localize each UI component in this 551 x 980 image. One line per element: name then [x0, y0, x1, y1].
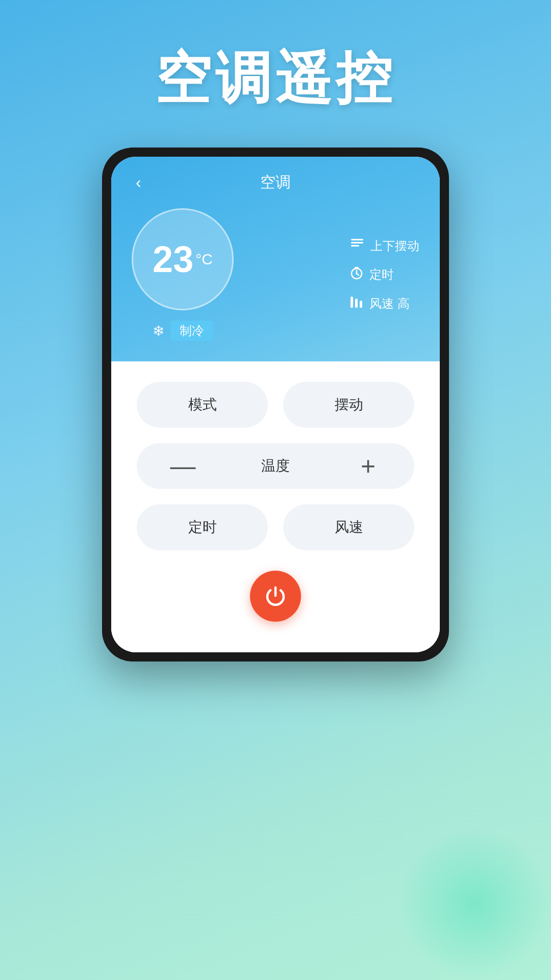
phone-screen: ‹ 空调 23 °C ❄ 制冷 [111, 157, 440, 652]
mode-button[interactable]: 模式 [137, 382, 268, 428]
power-button[interactable] [250, 571, 301, 622]
temp-decrease-button[interactable]: — [152, 443, 214, 489]
phone-frame: ‹ 空调 23 °C ❄ 制冷 [102, 148, 449, 662]
screen-top: ‹ 空调 23 °C ❄ 制冷 [111, 157, 440, 361]
svg-rect-7 [350, 297, 353, 308]
nav-title: 空调 [260, 172, 291, 193]
mode-swing-row: 模式 摆动 [137, 382, 414, 428]
svg-rect-2 [351, 245, 359, 247]
power-icon [263, 583, 288, 609]
temperature-label: 温度 [214, 456, 337, 476]
fan-label: 风速 高 [369, 296, 410, 312]
temp-circle: 23 °C [132, 208, 234, 310]
timer-button[interactable]: 定时 [137, 504, 268, 550]
back-button[interactable]: ‹ [132, 169, 145, 196]
svg-rect-0 [351, 239, 363, 240]
power-button-wrap [137, 571, 414, 622]
fan-icon [350, 296, 363, 311]
temp-unit: °C [195, 251, 213, 268]
temperature-control-row: — 温度 + [137, 443, 414, 489]
svg-line-5 [357, 274, 359, 275]
top-nav: ‹ 空调 [132, 172, 419, 193]
page-title: 空调遥控 [155, 41, 396, 117]
swing-label: 上下摆动 [370, 238, 419, 254]
top-content: 23 °C ❄ 制冷 [132, 208, 419, 341]
timer-label: 定时 [369, 266, 394, 283]
mode-badge: 制冷 [170, 321, 213, 341]
svg-rect-1 [351, 242, 363, 243]
temp-increase-button[interactable]: + [337, 443, 399, 489]
temp-value: 23 [153, 241, 193, 278]
right-controls: 上下摆动 定时 [350, 238, 419, 312]
timer-info[interactable]: 定时 [350, 266, 394, 283]
fan-info[interactable]: 风速 高 [350, 296, 410, 312]
swing-button[interactable]: 摆动 [283, 382, 414, 428]
mode-indicator: ❄ 制冷 [153, 321, 213, 341]
timer-icon [350, 266, 363, 283]
swing-icon [350, 238, 364, 254]
screen-bottom: 模式 摆动 — 温度 + 定时 风速 [111, 361, 440, 652]
swing-info[interactable]: 上下摆动 [350, 238, 419, 254]
svg-rect-8 [355, 299, 358, 308]
timer-fan-row: 定时 风速 [137, 504, 414, 550]
svg-rect-9 [360, 301, 362, 308]
temperature-display: 23 °C ❄ 制冷 [132, 208, 234, 341]
fan-button[interactable]: 风速 [283, 504, 414, 550]
snowflake-icon: ❄ [153, 323, 164, 339]
